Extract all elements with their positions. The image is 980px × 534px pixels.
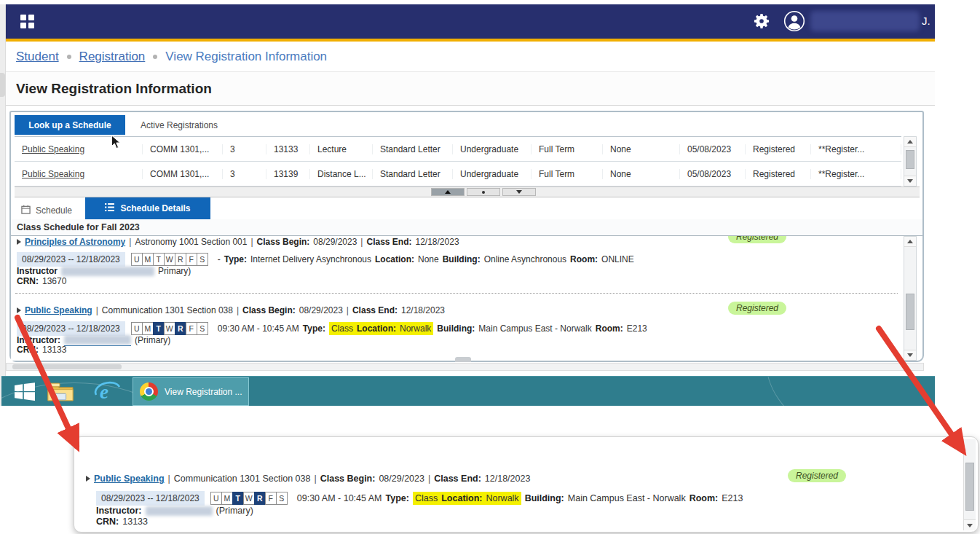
scroll-up-icon[interactable] xyxy=(904,237,916,247)
scrollbar-thumb[interactable] xyxy=(12,364,122,369)
table-cell: Full Term xyxy=(532,169,603,179)
separator: | xyxy=(237,305,239,315)
type-value: Class xyxy=(415,493,438,503)
breadcrumb-student[interactable]: Student xyxy=(16,50,59,64)
splitter-reset-button[interactable] xyxy=(467,188,500,196)
separator: | xyxy=(428,474,430,484)
scroll-down-icon xyxy=(964,519,976,530)
day-box: M xyxy=(142,322,154,335)
scroll-up-icon[interactable] xyxy=(904,137,916,147)
scroll-down-icon[interactable] xyxy=(904,350,916,360)
status-badge: Registered xyxy=(728,302,786,315)
class-title-line: Principles of Astronomy | Astronomy 1001… xyxy=(17,237,459,247)
chrome-task-label: View Registration ... xyxy=(165,387,242,397)
class-begin-label: Class Begin: xyxy=(257,237,310,247)
window-left-notch xyxy=(0,73,5,97)
date-range-chip: 08/29/2023 -- 12/18/2023 xyxy=(17,321,125,336)
splitter-down-button[interactable] xyxy=(502,188,536,196)
calendar-icon xyxy=(21,205,31,216)
user-profile-icon[interactable] xyxy=(783,10,805,35)
location-value: None xyxy=(418,254,439,264)
table-cell: COMM 1301,... xyxy=(143,169,223,179)
splitter-up-button[interactable] xyxy=(431,188,465,196)
day-box: W xyxy=(164,253,175,266)
type-label: Type: xyxy=(386,493,409,503)
meeting-time: 09:30 AM - 10:45 AM xyxy=(218,323,299,334)
day-box-active: R xyxy=(175,322,186,335)
class-title-link[interactable]: Public Speaking xyxy=(25,305,92,315)
class-begin-label: Class Begin: xyxy=(242,305,296,315)
room-label: Room: xyxy=(596,323,623,334)
table-cell: Standard Letter xyxy=(373,144,453,154)
course-title-link[interactable]: Public Speaking xyxy=(15,144,143,154)
table-cell: None xyxy=(603,144,680,154)
zoomed-callout: Registered Public Speaking | Communicati… xyxy=(74,436,979,533)
breadcrumb-registration[interactable]: Registration xyxy=(79,50,146,64)
location-label: Location: xyxy=(357,323,396,334)
meeting-days-strip: U M T W R F S xyxy=(132,253,208,266)
class-title-link: Public Speaking xyxy=(94,474,165,484)
mouse-cursor-icon xyxy=(111,135,122,153)
table-cell: 05/08/2023 xyxy=(680,169,746,179)
course-info: Astronomy 1001 Section 001 xyxy=(135,237,247,247)
class-end-label: Class End: xyxy=(434,474,481,484)
crn-value: 13133 xyxy=(42,345,66,355)
tab-schedule-label: Schedule xyxy=(36,205,72,216)
separator: | xyxy=(96,305,98,315)
table-row[interactable]: Public Speaking COMM 1301,... 3 13133 Le… xyxy=(15,137,901,162)
app-menu-grid-icon[interactable] xyxy=(20,15,34,28)
day-box-active: T xyxy=(153,322,165,335)
crn-label: CRN: xyxy=(96,517,119,527)
tab-schedule-details[interactable]: Schedule Details xyxy=(85,197,210,219)
table-cell: Lecture xyxy=(310,144,373,154)
table-cell: Undergraduate xyxy=(453,169,532,179)
room-label: Room: xyxy=(570,254,598,264)
horizontal-scrollbar[interactable] xyxy=(6,363,924,371)
registrations-table: Public Speaking COMM 1301,... 3 13133 Le… xyxy=(15,136,901,186)
instructor-name-link[interactable] xyxy=(64,334,131,346)
day-box: U xyxy=(131,253,143,266)
windows-start-icon[interactable] xyxy=(15,382,35,404)
scrollbar-thumb[interactable] xyxy=(906,150,914,169)
settings-gear-icon[interactable] xyxy=(752,12,771,34)
primary-label: Primary) xyxy=(158,266,191,276)
building-label: Building: xyxy=(437,323,475,334)
day-box: R xyxy=(175,253,186,266)
table-cell: 13133 xyxy=(266,144,310,154)
callout-scrollbar xyxy=(963,439,976,530)
type-label: Type: xyxy=(303,323,325,334)
building-value: Main Campus East - Norwalk xyxy=(478,323,591,334)
windows-taskbar: e View Registration ... xyxy=(1,376,935,406)
tab-active-registrations[interactable]: Active Registrations xyxy=(133,115,225,135)
instructor-label: Instructor: xyxy=(96,506,142,516)
file-explorer-icon[interactable] xyxy=(47,381,74,405)
class-end-label: Class End: xyxy=(366,237,411,247)
expand-arrow-icon[interactable] xyxy=(17,307,21,313)
schedule-details-list: Registered Principles of Astronomy | Ast… xyxy=(11,236,904,361)
tab-look-up-a-schedule[interactable]: Look up a Schedule xyxy=(15,115,125,135)
scroll-down-icon[interactable] xyxy=(904,176,916,186)
table-scrollbar[interactable] xyxy=(904,136,917,186)
class-title-link[interactable]: Principles of Astronomy xyxy=(25,237,125,247)
separator: | xyxy=(129,237,131,247)
table-cell: Registered xyxy=(746,144,811,154)
class-end-value: 12/18/2023 xyxy=(485,474,531,484)
class-title-line: Public Speaking | Communication 1301 Sec… xyxy=(17,305,445,315)
schedule-header-text: Class Schedule for Fall 2023 xyxy=(17,222,140,232)
tab-schedule[interactable]: Schedule xyxy=(21,201,72,220)
location-label: Location: xyxy=(441,493,482,503)
crn-value: 13670 xyxy=(42,276,66,286)
expand-arrow-icon[interactable] xyxy=(17,239,21,245)
table-row[interactable]: Public Speaking COMM 1301,... 3 13139 Di… xyxy=(15,162,901,186)
table-cell: None xyxy=(603,169,680,179)
internet-explorer-icon[interactable]: e xyxy=(93,380,122,406)
instructor-name-redacted xyxy=(146,506,213,516)
resize-handle[interactable] xyxy=(455,357,471,362)
table-cell: Undergraduate xyxy=(453,144,532,154)
chrome-taskbar-button[interactable]: View Registration ... xyxy=(133,377,249,406)
details-scrollbar[interactable] xyxy=(904,236,917,361)
course-title-link[interactable]: Public Speaking xyxy=(15,169,143,179)
crn-label: CRN: xyxy=(17,345,39,355)
crn-value: 13133 xyxy=(122,517,148,527)
scrollbar-thumb[interactable] xyxy=(906,294,914,330)
